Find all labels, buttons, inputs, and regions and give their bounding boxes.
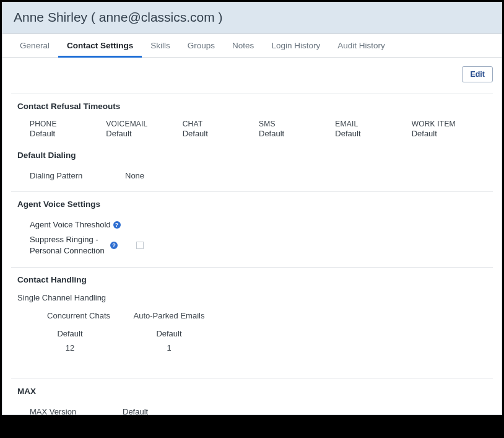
section-title-handling: Contact Handling (11, 275, 493, 284)
section-title-dialing: Default Dialing (11, 151, 493, 160)
refusal-header: CHAT (183, 120, 259, 128)
section-title-voice: Agent Voice Settings (11, 199, 493, 209)
section-title-refusal: Contact Refusal Timeouts (11, 102, 493, 111)
section-refusal: Contact Refusal Timeouts PHONE Default V… (11, 94, 493, 149)
content-area: Edit Contact Refusal Timeouts PHONE Defa… (2, 58, 502, 415)
voice-threshold-row: Agent Voice Threshold ? (11, 217, 493, 232)
tab-contact-settings[interactable]: Contact Settings (58, 35, 142, 58)
handling-subtitle: Single Channel Handling (11, 293, 493, 302)
action-row: Edit (11, 58, 493, 94)
section-title-max: MAX (11, 387, 493, 396)
settings-window: Anne Shirley ( anne@classics.com ) Gener… (2, 2, 502, 415)
refusal-header: EMAIL (335, 120, 411, 128)
handling-cell: 1 (129, 343, 209, 353)
tab-general[interactable]: General (11, 35, 58, 58)
help-icon[interactable]: ? (113, 221, 121, 229)
dialing-pattern-row: Dialing Pattern None (11, 169, 493, 183)
max-version-row: MAX Version Default (11, 405, 493, 415)
refusal-header: WORK ITEM (412, 120, 488, 128)
tab-login-history[interactable]: Login History (263, 35, 329, 58)
handling-header-row: Concurrent Chats Auto-Parked Emails (30, 311, 493, 320)
tab-notes[interactable]: Notes (224, 35, 263, 58)
max-version-value: Default (123, 407, 148, 415)
tab-skills[interactable]: Skills (142, 35, 179, 58)
handling-row-values: 12 1 (30, 343, 493, 353)
refusal-col-email: EMAIL Default (335, 120, 411, 138)
refusal-value: Default (335, 129, 411, 138)
tab-audit-history[interactable]: Audit History (329, 35, 394, 58)
max-version-label: MAX Version (30, 407, 123, 415)
suppress-ringing-row: Suppress Ringing - Personal Connection ? (11, 232, 493, 258)
refusal-grid: PHONE Default VOICEMAIL Default CHAT Def… (11, 120, 493, 141)
dialing-pattern-value: None (125, 171, 144, 180)
refusal-value: Default (183, 129, 259, 138)
handling-row-default: Default Default (30, 329, 493, 338)
handling-table: Concurrent Chats Auto-Parked Emails Defa… (11, 311, 493, 353)
handling-header-chats: Concurrent Chats (30, 311, 110, 320)
refusal-value: Default (412, 129, 488, 138)
help-icon[interactable]: ? (110, 242, 118, 249)
handling-header-emails: Auto-Parked Emails (129, 311, 209, 320)
tab-bar: General Contact Settings Skills Groups N… (2, 34, 502, 58)
refusal-col-voicemail: VOICEMAIL Default (106, 120, 182, 138)
refusal-header: PHONE (30, 120, 106, 128)
tab-groups[interactable]: Groups (179, 35, 224, 58)
refusal-value: Default (30, 129, 106, 138)
section-voice: Agent Voice Settings Agent Voice Thresho… (11, 191, 493, 267)
refusal-col-workitem: WORK ITEM Default (412, 120, 488, 138)
handling-cell: 12 (30, 343, 110, 353)
handling-cell: Default (30, 329, 110, 338)
handling-cell: Default (129, 329, 209, 338)
refusal-col-chat: CHAT Default (183, 120, 259, 138)
refusal-value: Default (106, 129, 182, 138)
edit-button[interactable]: Edit (462, 66, 493, 82)
section-dialing: Default Dialing Dialing Pattern None (11, 149, 493, 191)
section-max: MAX MAX Version Default (11, 379, 493, 415)
page-title: Anne Shirley ( anne@classics.com ) (2, 2, 502, 34)
section-handling: Contact Handling Single Channel Handling… (11, 267, 493, 366)
dialing-pattern-label: Dialing Pattern (30, 171, 123, 180)
suppress-ringing-checkbox[interactable] (136, 242, 144, 249)
refusal-value: Default (259, 129, 335, 138)
voice-threshold-label: Agent Voice Threshold (30, 220, 111, 229)
suppress-ringing-label: Suppress Ringing - Personal Connection (30, 234, 110, 256)
refusal-header: SMS (259, 120, 335, 128)
refusal-col-phone: PHONE Default (30, 120, 106, 138)
refusal-header: VOICEMAIL (106, 120, 182, 128)
refusal-col-sms: SMS Default (259, 120, 335, 138)
